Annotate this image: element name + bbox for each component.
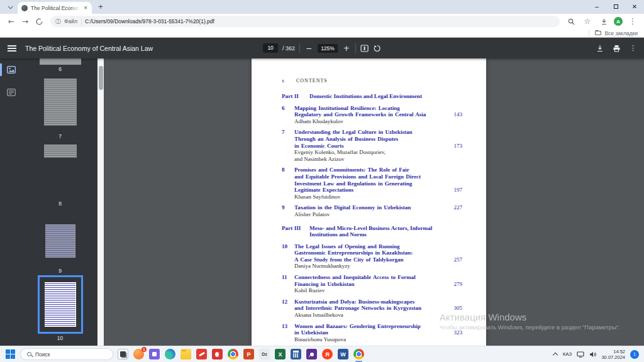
toolbar-right-icons: ☆ A ⋮ [565, 15, 639, 28]
entry-number: 8 [282, 167, 294, 200]
calculator-icon[interactable] [291, 349, 301, 359]
outline-view-button[interactable] [0, 86, 23, 99]
back-button[interactable]: ← [5, 15, 18, 28]
toc-entry[interactable]: 8 Promises and Commitments: The Role of … [282, 167, 462, 200]
search-placeholder: Поиск [35, 351, 50, 358]
people-icon[interactable]: 1 [133, 349, 144, 359]
entry-title: Promises and Commitments: The Role of Fa… [294, 167, 442, 193]
rotate-button[interactable] [373, 45, 381, 52]
part-label: Part III [282, 225, 309, 238]
toc-entry[interactable]: 7 Understanding the Legal Culture in Uzb… [282, 129, 462, 162]
new-tab-button[interactable]: + [96, 2, 106, 12]
pdf-document-area: x CONTENTS Part II Domestic Institutions… [104, 58, 644, 346]
entry-page-number: 257 [442, 256, 462, 263]
pdf-menu-kebab-icon[interactable]: ⋮ [630, 44, 636, 52]
zoom-out-button[interactable]: − [304, 44, 313, 53]
entry-number: 7 [282, 129, 294, 162]
toc-entry[interactable]: 9 Taxation in the Digital Economy in Uzb… [282, 204, 462, 217]
profile-avatar[interactable]: A [614, 17, 623, 26]
clock[interactable]: 14:52 30.07.2024 [601, 349, 625, 360]
close-button[interactable]: ✕ [625, 0, 644, 13]
entry-title: Kusturizatsia and Dolya: Business-making… [294, 299, 442, 312]
tab-search-chevron-icon[interactable] [5, 2, 15, 12]
restore-button[interactable] [606, 0, 625, 13]
thumbnail-page-6[interactable] [40, 58, 81, 65]
downloads-icon[interactable] [597, 15, 610, 28]
entry-title: Understanding the Legal Culture in Uzbek… [294, 129, 442, 149]
start-button-windows-icon[interactable] [5, 349, 16, 359]
print-icon [613, 45, 621, 52]
network-display-icon[interactable] [577, 349, 584, 360]
chat-icon[interactable] [149, 349, 160, 359]
entry-title: Taxation in the Digital Economy in Uzbek… [294, 204, 442, 211]
entry-number: 11 [282, 274, 294, 294]
powerpoint-icon[interactable]: P [243, 349, 254, 359]
address-bar[interactable]: ⓘ Файл C:/Users/09/Downloads/978-3-031-5… [50, 16, 560, 27]
thumbnails-view-button[interactable] [0, 63, 23, 76]
part-label: Part II [282, 93, 309, 100]
entry-number: 10 [282, 243, 294, 270]
pdf-viewer-main: 6 7 8 9 10 x CONTENTS Part II [0, 58, 644, 346]
media-red-app-icon[interactable] [196, 349, 207, 359]
scrollbar-thumb[interactable] [99, 66, 103, 90]
minimize-button[interactable]: – [587, 0, 606, 13]
reload-button[interactable] [33, 15, 45, 28]
folio-number: x [282, 78, 285, 84]
tray-overflow-chevron-icon[interactable] [553, 352, 558, 357]
toc-entry[interactable]: 6 Mapping Institutional Resilience: Loca… [282, 105, 462, 125]
chrome-browser-icon[interactable] [228, 349, 238, 359]
entry-authors: Khasan Sayfutdinov [294, 194, 340, 200]
browser-tab-bar: The Political Economy of Centr × + – ✕ [0, 0, 644, 14]
word-icon[interactable]: W [338, 349, 348, 359]
all-bookmarks-button[interactable]: Все закладки [604, 30, 638, 36]
download-arrow-icon [601, 18, 608, 25]
pdf-menu-hamburger-icon[interactable] [8, 45, 16, 52]
pdf-print-button[interactable] [613, 45, 621, 52]
fit-page-button[interactable] [360, 45, 369, 52]
volume-icon[interactable] [589, 349, 596, 360]
download-icon [596, 45, 604, 52]
page-number-input[interactable]: 10 [263, 43, 278, 53]
sidebar-scrollbar[interactable] [97, 58, 104, 346]
screen: The Political Economy of Centr × + – ✕ ←… [0, 0, 644, 362]
toolbar-divider [355, 43, 356, 53]
thumbnail-page-10-selected[interactable] [38, 275, 83, 334]
browser-tab[interactable]: The Political Economy of Centr × [18, 2, 92, 14]
forward-button[interactable]: → [19, 15, 31, 28]
notification-center-badge[interactable]: 1 [630, 350, 639, 359]
comet-app-icon[interactable] [306, 349, 317, 359]
keyboard-language-indicator[interactable]: КАЗ [563, 351, 572, 357]
thumbnail-page-7[interactable] [40, 74, 81, 132]
zoom-page-icon[interactable] [565, 15, 577, 28]
yandex-browser-icon[interactable]: Я [322, 349, 333, 359]
thumbnail-page-8[interactable] [40, 141, 81, 199]
edge-browser-icon[interactable] [165, 349, 175, 359]
entry-authors: Binazirbonu Yusupova [294, 336, 346, 343]
file-explorer-icon[interactable] [180, 349, 191, 359]
toc-entry[interactable]: 13 Women and Bazaars: Gendering Entrepre… [282, 323, 462, 343]
toc-entry[interactable]: 10 The Legal Issues of Opening and Runni… [282, 243, 462, 270]
browser-menu-kebab-icon[interactable]: ⋮ [626, 15, 639, 28]
entry-page-number: 173 [442, 143, 462, 150]
tab-close-icon[interactable]: × [83, 5, 88, 11]
bookmark-star-icon[interactable]: ☆ [581, 15, 594, 28]
tab-title: The Political Economy of Centr [31, 5, 80, 11]
window-controls: – ✕ [587, 0, 644, 13]
dzen-app-icon[interactable]: Dz [259, 349, 270, 359]
toc-entry[interactable]: 11 Connectedness and Inequitable Access … [282, 274, 462, 294]
thumbnail-page-9[interactable] [40, 208, 81, 266]
entry-title: Mapping Institutional Resilience: Locati… [294, 105, 442, 118]
url-text[interactable]: C:/Users/09/Downloads/978-3-031-55341-7%… [85, 18, 214, 25]
pdf-download-button[interactable] [596, 45, 604, 52]
task-view-icon[interactable] [118, 349, 128, 359]
system-tray: КАЗ 14:52 30.07.2024 1 [553, 349, 639, 360]
zoom-level-badge[interactable]: 125% [318, 44, 338, 53]
toc-entry[interactable]: 12 Kusturizatsia and Dolya: Business-mak… [282, 299, 462, 319]
info-icon[interactable]: ⓘ [55, 18, 61, 26]
excel-icon[interactable]: X [275, 349, 286, 359]
chrome-pdf-window-icon[interactable] [353, 349, 364, 359]
restore-icon [614, 4, 618, 9]
red-round-app-icon[interactable] [212, 349, 223, 359]
taskbar-search-box[interactable]: Поиск [20, 348, 113, 360]
zoom-in-button[interactable]: + [342, 44, 351, 53]
